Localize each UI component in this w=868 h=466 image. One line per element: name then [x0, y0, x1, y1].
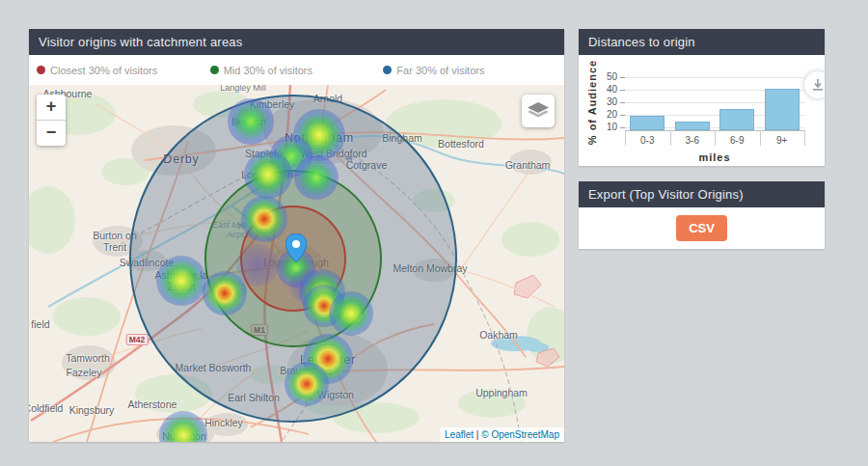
layers-icon — [528, 102, 549, 120]
bar-9+ — [765, 89, 800, 130]
map-zoom-control: + − — [37, 95, 66, 146]
y-axis-tick-mark — [620, 115, 625, 116]
x-axis-category-label: 3-6 — [670, 135, 716, 146]
y-axis-tick-mark — [620, 90, 625, 91]
bar-3-6 — [675, 122, 710, 130]
map-label: Atherstone — [128, 398, 177, 410]
heat-spot — [156, 256, 206, 306]
zoom-out-button[interactable]: − — [37, 121, 66, 146]
export-panel-title: Export (Top Visitor Origins) — [579, 181, 825, 207]
heat-spot — [203, 271, 247, 315]
bar-6-9 — [719, 109, 754, 130]
leaflet-link[interactable]: Leaflet — [445, 429, 474, 440]
export-panel: Export (Top Visitor Origins) CSV — [579, 181, 825, 249]
legend-dot-mid-icon — [210, 66, 219, 74]
chart-download-button[interactable] — [804, 71, 825, 98]
map-marker[interactable] — [285, 233, 307, 266]
heat-spot — [244, 151, 292, 199]
map-label: Hinckley — [204, 417, 243, 428]
distances-panel: Distances to origin 10203040500-33-66-99… — [579, 29, 825, 166]
legend-dot-closest-icon — [37, 66, 45, 74]
map-label: Tamworth — [66, 352, 110, 364]
distances-bar-chart: 10203040500-33-66-99+% of Audiencemiles — [579, 55, 825, 166]
road-badge: M42 — [126, 334, 149, 345]
y-axis-tick-mark — [620, 127, 625, 128]
legend-item-far: Far 30% of visitors — [383, 65, 556, 76]
osm-link[interactable]: © OpenStreetMap — [481, 429, 559, 440]
bar-0-3 — [630, 116, 665, 130]
x-axis-category-label: 9+ — [760, 135, 805, 146]
chart-gridline — [625, 77, 804, 78]
y-axis-tick-mark — [620, 102, 625, 103]
legend-item-mid: Mid 30% of visitors — [210, 65, 384, 76]
x-axis-separator — [760, 130, 761, 146]
x-axis-category-label: 6-9 — [715, 135, 760, 146]
legend-dot-far-icon — [383, 66, 392, 74]
map-legend: Closest 30% of visitors Mid 30% of visit… — [29, 55, 564, 85]
zoom-in-button[interactable]: + — [37, 95, 66, 121]
legend-item-closest: Closest 30% of visitors — [37, 65, 210, 76]
layers-button[interactable] — [522, 95, 555, 127]
map-label: Oakham — [479, 329, 518, 341]
x-axis-separator — [804, 130, 805, 146]
heat-spot — [294, 155, 339, 200]
y-axis-title: % of Audience — [586, 60, 598, 145]
download-icon — [812, 79, 824, 91]
map-label: Grantham — [505, 159, 551, 171]
dashboard: Visitor origins with catchment areas Clo… — [0, 0, 868, 466]
map-label: field — [31, 318, 49, 330]
x-axis-separator — [625, 130, 626, 146]
heat-spot — [228, 98, 274, 145]
heat-spot — [241, 196, 287, 242]
map-label: Coldfield — [29, 402, 63, 414]
map-label: Kingsbury — [69, 404, 115, 416]
map-label: Fazeley — [67, 367, 102, 378]
legend-label-closest: Closest 30% of visitors — [50, 65, 157, 76]
legend-label-mid: Mid 30% of visitors — [224, 65, 312, 76]
x-axis-separator — [670, 130, 671, 146]
csv-export-button[interactable]: CSV — [676, 215, 727, 241]
map-label: Uppingham — [475, 387, 528, 398]
map-panel-title: Visitor origins with catchment areas — [29, 29, 564, 55]
distances-panel-title: Distances to origin — [579, 29, 825, 55]
map-label: Bottesford — [438, 138, 484, 150]
heat-spot — [159, 411, 207, 442]
x-axis-title: miles — [698, 151, 730, 163]
map-attribution: Leaflet | © OpenStreetMap — [440, 427, 564, 442]
x-axis-separator — [715, 130, 716, 146]
heat-spot — [285, 362, 329, 406]
legend-label-far: Far 30% of visitors — [396, 65, 484, 76]
map-panel: Visitor origins with catchment areas Clo… — [29, 29, 564, 442]
heat-spot — [329, 291, 373, 336]
x-axis-category-label: 0-3 — [625, 135, 670, 146]
map-canvas[interactable]: AshbourneLangley MillKimberleyArnoldNott… — [29, 85, 564, 442]
export-panel-body: CSV — [579, 207, 825, 249]
y-axis-tick-mark — [620, 77, 625, 78]
map-label: Langley Mill — [220, 85, 266, 93]
